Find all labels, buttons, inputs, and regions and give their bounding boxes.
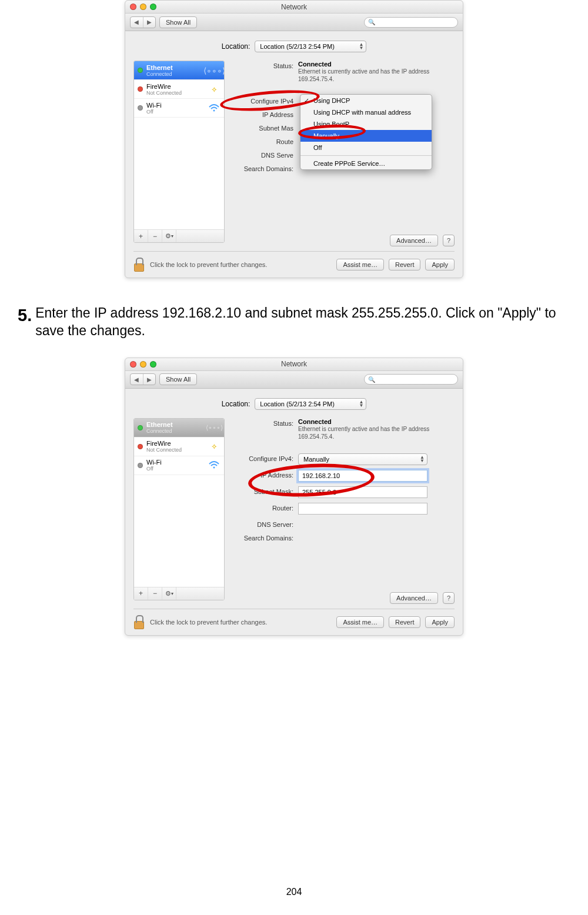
router-label: Route [230, 136, 298, 145]
sidebar-item-ethernet[interactable]: Ethernet Connected ⟨∘∘∘⟩ [134, 61, 224, 80]
location-dropdown[interactable]: Location (5/2/13 2:54 PM) ▲▼ [255, 41, 366, 52]
subnet-label: Subnet Mask: [230, 486, 298, 495]
dns-label: DNS Serve [230, 150, 298, 159]
ip-label: IP Address [230, 109, 298, 118]
lock-text: Click the lock to prevent further change… [150, 261, 267, 268]
titlebar[interactable]: Network [125, 358, 463, 371]
gear-button[interactable]: ⚙︎▾ [162, 587, 176, 600]
config-label: Configure IPv4: [230, 453, 298, 462]
forward-icon[interactable]: ▶ [143, 17, 156, 28]
step-text: Enter the IP address 192.168.2.10 and su… [35, 305, 570, 340]
sidebar-item-wifi[interactable]: Wi-Fi Off [134, 456, 224, 475]
ip-address-input[interactable]: 192.168.2.10 [298, 470, 427, 482]
status-desc: Ethernet is currently active and has the… [298, 68, 455, 83]
status-value: Connected [298, 418, 455, 425]
help-button[interactable]: ? [443, 592, 455, 604]
menu-separator [300, 155, 432, 156]
sidebar-footer: + − ⚙︎▾ [134, 229, 224, 242]
window-title: Network [125, 360, 463, 368]
dns-label: DNS Server: [230, 519, 298, 528]
revert-button[interactable]: Revert [389, 616, 420, 628]
router-label: Router: [230, 503, 298, 512]
lock-icon[interactable] [133, 615, 145, 629]
ethernet-icon: ⟨∘∘∘⟩ [208, 65, 220, 76]
menu-item-pppoe[interactable]: Create PPPoE Service… [300, 158, 432, 169]
config-ipv4-dropdown[interactable]: Manually ▲▼ [298, 453, 427, 465]
advanced-button[interactable]: Advanced… [390, 235, 438, 246]
firewire-icon: ⟡ [208, 441, 220, 452]
menu-item-bootp[interactable]: Using BootP [300, 118, 432, 130]
status-dot-icon [138, 105, 143, 111]
status-dot-icon [138, 444, 143, 449]
chevron-updown-icon: ▲▼ [420, 456, 425, 463]
status-dot-icon [138, 425, 143, 430]
location-label: Location: [222, 400, 250, 408]
wifi-icon [208, 103, 220, 113]
search-input[interactable]: 🔍 [364, 374, 458, 385]
location-value: Location (5/2/13 2:54 PM) [260, 43, 335, 50]
status-label: Status: [230, 418, 298, 427]
search-icon: 🔍 [368, 19, 375, 25]
menu-item-off[interactable]: Off [300, 142, 432, 153]
config-label: Configure IPv4 [230, 96, 298, 105]
gear-icon: ⚙︎ [165, 232, 171, 240]
remove-button[interactable]: − [148, 587, 162, 600]
add-button[interactable]: + [134, 587, 148, 600]
gear-button[interactable]: ⚙︎▾ [162, 230, 176, 242]
network-window-1: Network ◀ ▶ Show All 🔍 Location: Locatio… [125, 0, 463, 278]
gear-icon: ⚙︎ [165, 590, 171, 597]
router-input[interactable] [298, 503, 427, 515]
nav-buttons[interactable]: ◀ ▶ [130, 16, 156, 28]
lock-text: Click the lock to prevent further change… [150, 619, 267, 626]
svg-point-0 [213, 109, 215, 111]
advanced-button[interactable]: Advanced… [390, 592, 438, 604]
menu-item-dhcp-manual[interactable]: Using DHCP with manual address [300, 106, 432, 118]
details-panel: Status: Connected Ethernet is currently … [230, 418, 455, 604]
menu-item-dhcp[interactable]: Using DHCP [300, 95, 432, 106]
assist-button[interactable]: Assist me… [336, 616, 384, 628]
page-number: 204 [0, 887, 588, 897]
sidebar-item-ethernet[interactable]: Ethernet Connected ⟨∘∘∘⟩ [134, 419, 224, 438]
nav-buttons[interactable]: ◀ ▶ [130, 373, 156, 385]
sidebar-item-firewire[interactable]: FireWire Not Connected ⟡ [134, 438, 224, 456]
chevron-updown-icon: ▲▼ [359, 43, 363, 50]
subnet-label: Subnet Mas [230, 123, 298, 132]
status-value: Connected [298, 61, 455, 68]
window-title: Network [125, 3, 463, 11]
status-label: Status: [230, 61, 298, 69]
revert-button[interactable]: Revert [389, 259, 420, 271]
lock-icon[interactable] [133, 258, 145, 272]
instruction-step-5: 5. Enter the IP address 192.168.2.10 and… [18, 305, 570, 340]
firewire-icon: ⟡ [208, 84, 220, 95]
back-icon[interactable]: ◀ [131, 17, 143, 28]
search-domains-label: Search Domains: [230, 163, 298, 172]
help-button[interactable]: ? [443, 235, 455, 246]
location-value: Location (5/2/13 2:54 PM) [260, 400, 335, 408]
sidebar-item-wifi[interactable]: Wi-Fi Off [134, 99, 224, 118]
svg-point-1 [213, 467, 215, 469]
back-icon[interactable]: ◀ [131, 374, 143, 385]
apply-button[interactable]: Apply [425, 259, 455, 271]
assist-button[interactable]: Assist me… [336, 259, 384, 271]
status-dot-icon [138, 68, 143, 73]
showall-button[interactable]: Show All [159, 16, 197, 28]
status-dot-icon [138, 463, 143, 468]
apply-button[interactable]: Apply [425, 616, 455, 628]
sidebar-item-firewire[interactable]: FireWire Not Connected ⟡ [134, 80, 224, 99]
config-ipv4-menu[interactable]: Using DHCP Using DHCP with manual addres… [300, 94, 432, 170]
toolbar: ◀ ▶ Show All 🔍 [125, 14, 463, 31]
search-input[interactable]: 🔍 [364, 17, 458, 28]
ethernet-icon: ⟨∘∘∘⟩ [208, 422, 220, 433]
titlebar[interactable]: Network [125, 1, 463, 14]
add-button[interactable]: + [134, 230, 148, 242]
remove-button[interactable]: − [148, 230, 162, 242]
network-window-2: Network ◀ ▶ Show All 🔍 Location: Locatio… [125, 358, 463, 636]
sidebar-footer: + − ⚙︎▾ [134, 587, 224, 600]
ip-label: IP Address: [230, 470, 298, 479]
showall-button[interactable]: Show All [159, 373, 197, 385]
subnet-mask-input[interactable]: 255.255.0.0 [298, 486, 427, 498]
toolbar: ◀ ▶ Show All 🔍 [125, 371, 463, 389]
menu-item-manually[interactable]: Manually [300, 130, 432, 142]
location-dropdown[interactable]: Location (5/2/13 2:54 PM) ▲▼ [255, 398, 366, 410]
forward-icon[interactable]: ▶ [143, 374, 156, 385]
